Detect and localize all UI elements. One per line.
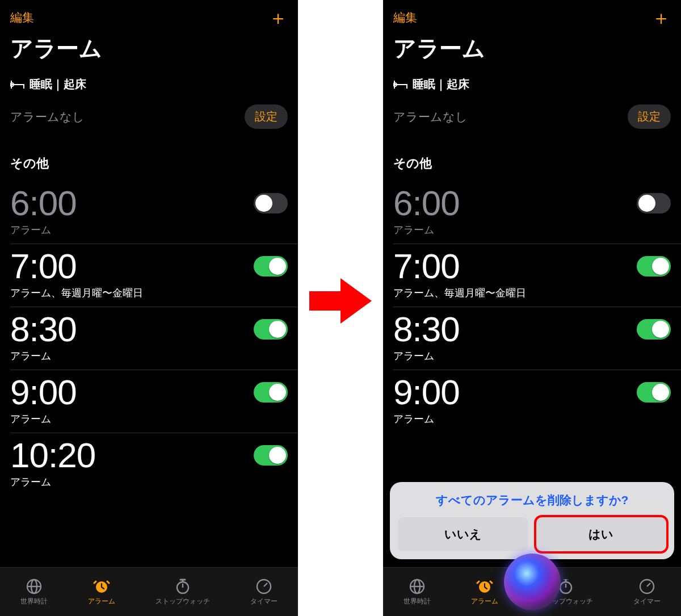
- alarm-label: アラーム、毎週月曜〜金曜日: [393, 286, 671, 300]
- svg-line-9: [264, 583, 267, 586]
- stopwatch-icon: [174, 578, 191, 595]
- tab-alarm[interactable]: アラーム: [88, 578, 115, 606]
- alarm-row[interactable]: 9:00 アラーム: [383, 370, 681, 433]
- sleep-heading-label: 睡眠｜起床: [30, 77, 86, 92]
- sleep-row: アラームなし 設定: [383, 99, 681, 138]
- edit-button[interactable]: 編集: [393, 10, 417, 26]
- tab-timer[interactable]: タイマー: [633, 578, 661, 606]
- timer-icon: [638, 578, 655, 595]
- siri-no-button[interactable]: いいえ: [398, 517, 528, 551]
- alarm-toggle[interactable]: [637, 319, 671, 340]
- tab-world-clock[interactable]: 世界時計: [403, 578, 431, 606]
- sleep-no-alarm-label: アラームなし: [393, 109, 468, 125]
- alarm-row[interactable]: 9:00 アラーム: [0, 370, 298, 433]
- alarm-time: 8:30: [393, 312, 460, 347]
- alarm-clock-icon: [93, 578, 110, 595]
- alarm-clock-icon: [476, 578, 493, 595]
- alarm-toggle[interactable]: [254, 319, 288, 340]
- alarm-time: 10:20: [10, 438, 95, 473]
- sleep-row: アラームなし 設定: [0, 99, 298, 138]
- alarm-label: アラーム: [393, 412, 671, 426]
- others-heading: その他: [383, 138, 681, 181]
- tab-world-clock[interactable]: 世界時計: [20, 578, 48, 606]
- alarm-time: 6:00: [10, 186, 77, 221]
- alarm-label: アラーム: [10, 412, 288, 426]
- alarm-row[interactable]: 7:00 アラーム、毎週月曜〜金曜日: [383, 244, 681, 307]
- siri-yes-button[interactable]: はい: [536, 517, 667, 551]
- alarm-toggle[interactable]: [637, 193, 671, 213]
- alarm-label: アラーム: [10, 475, 288, 489]
- phone-screen-before: 編集 ＋ アラーム 睡眠｜起床 アラームなし 設定 その他 6:00 アラーム: [0, 0, 298, 616]
- page-title: アラーム: [0, 31, 298, 73]
- alarm-toggle[interactable]: [254, 445, 288, 466]
- sleep-no-alarm-label: アラームなし: [10, 109, 85, 125]
- phone-screen-after: 編集 ＋ アラーム 睡眠｜起床 アラームなし 設定 その他 6:00 アラーム: [383, 0, 681, 616]
- alarm-label: アラーム: [393, 349, 671, 363]
- alarm-toggle[interactable]: [254, 382, 288, 403]
- alarm-label: アラーム: [10, 349, 288, 363]
- sleep-heading: 睡眠｜起床: [383, 73, 681, 99]
- tab-bar: 世界時計 アラーム ストップウォッチ タイマー: [0, 567, 298, 616]
- alarm-label: アラーム: [10, 223, 288, 237]
- globe-icon: [409, 578, 426, 595]
- tab-label: タイマー: [633, 597, 661, 606]
- sleep-heading-label: 睡眠｜起床: [413, 77, 469, 92]
- tab-timer[interactable]: タイマー: [250, 578, 278, 606]
- svg-marker-10: [309, 278, 372, 324]
- siri-question: すべてのアラームを削除しますか?: [398, 492, 666, 508]
- tab-label: 世界時計: [403, 597, 431, 606]
- alarm-toggle[interactable]: [637, 256, 671, 276]
- alarm-time: 9:00: [393, 375, 460, 410]
- tab-label: ストップウォッチ: [155, 597, 210, 606]
- alarm-row[interactable]: 8:30 アラーム: [383, 307, 681, 370]
- tab-label: アラーム: [88, 597, 115, 606]
- alarm-toggle[interactable]: [637, 382, 671, 403]
- tab-label: 世界時計: [20, 597, 48, 606]
- alarm-label: アラーム: [393, 223, 671, 237]
- siri-orb-icon[interactable]: [504, 554, 561, 610]
- alarm-row[interactable]: 10:20 アラーム: [0, 433, 298, 496]
- alarm-row[interactable]: 7:00 アラーム、毎週月曜〜金曜日: [0, 244, 298, 307]
- sleep-config-button[interactable]: 設定: [628, 104, 671, 129]
- others-heading: その他: [0, 138, 298, 181]
- svg-line-20: [647, 583, 650, 586]
- alarm-row[interactable]: 6:00 アラーム: [0, 181, 298, 244]
- sleep-heading: 睡眠｜起床: [0, 73, 298, 99]
- alarm-label: アラーム、毎週月曜〜金曜日: [10, 286, 288, 300]
- bed-icon: [10, 79, 25, 90]
- sleep-config-button[interactable]: 設定: [245, 104, 288, 129]
- arrow-icon: [304, 267, 377, 335]
- alarm-time: 9:00: [10, 375, 77, 410]
- alarm-time: 8:30: [10, 312, 77, 347]
- add-alarm-button[interactable]: ＋: [268, 8, 288, 27]
- page-title: アラーム: [383, 31, 681, 73]
- alarm-time: 6:00: [393, 186, 460, 221]
- alarm-toggle[interactable]: [254, 193, 288, 213]
- siri-confirmation-panel: すべてのアラームを削除しますか? いいえ はい: [390, 482, 674, 559]
- nav-header: 編集 ＋: [0, 0, 298, 31]
- alarm-time: 7:00: [10, 249, 77, 284]
- alarm-toggle[interactable]: [254, 256, 288, 276]
- alarm-time: 7:00: [393, 249, 460, 284]
- bed-icon: [393, 79, 408, 90]
- tab-stopwatch[interactable]: ストップウォッチ: [155, 578, 210, 606]
- alarm-row[interactable]: 8:30 アラーム: [0, 307, 298, 370]
- alarm-row[interactable]: 6:00 アラーム: [383, 181, 681, 244]
- tab-alarm[interactable]: アラーム: [471, 578, 498, 606]
- tab-label: タイマー: [250, 597, 278, 606]
- globe-icon: [26, 578, 43, 595]
- tab-label: アラーム: [471, 597, 498, 606]
- add-alarm-button[interactable]: ＋: [651, 8, 671, 27]
- edit-button[interactable]: 編集: [10, 10, 34, 26]
- nav-header: 編集 ＋: [383, 0, 681, 31]
- timer-icon: [255, 578, 272, 595]
